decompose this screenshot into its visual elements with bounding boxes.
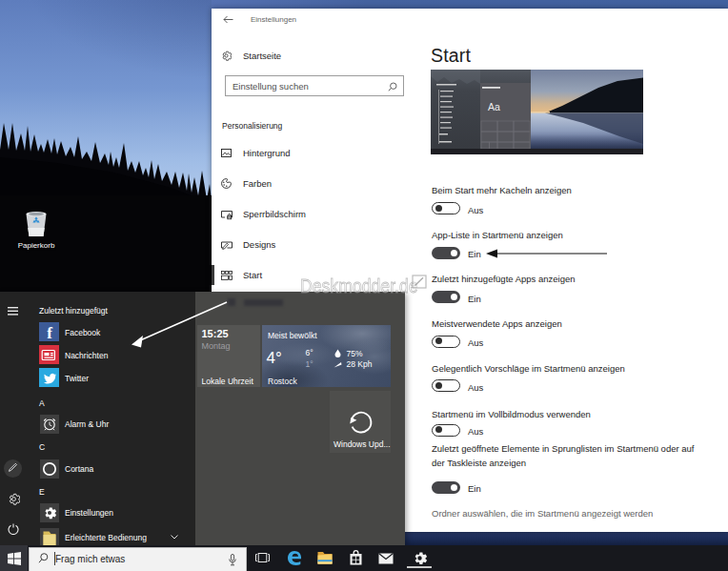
svg-text:Aa: Aa — [488, 101, 500, 112]
